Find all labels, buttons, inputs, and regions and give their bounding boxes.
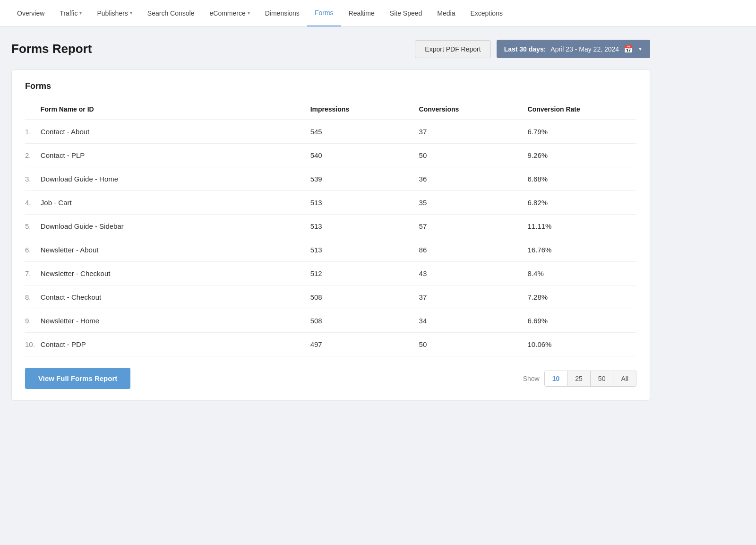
- table-header-row: Form Name or ID Impressions Conversions …: [25, 101, 636, 120]
- publishers-dropdown-icon: ▾: [130, 10, 132, 16]
- row-5-rate: 11.11%: [522, 215, 636, 238]
- row-8-num: 8.: [25, 285, 35, 309]
- row-2-num: 2.: [25, 144, 35, 167]
- page-title: Forms Report: [11, 42, 92, 56]
- table-row: 4.Job - Cart513356.82%: [25, 191, 636, 215]
- row-2-conversions: 50: [413, 144, 522, 167]
- table-row: 3.Download Guide - Home539366.68%: [25, 167, 636, 191]
- page-size-25-button[interactable]: 25: [567, 371, 591, 387]
- card-title: Forms: [25, 81, 636, 91]
- nav-item-dimensions[interactable]: Dimensions: [258, 0, 307, 26]
- row-8-name: Contact - Checkout: [35, 285, 305, 309]
- row-1-conversions: 37: [413, 120, 522, 144]
- row-3-impressions: 539: [305, 167, 413, 191]
- page-size-All-button[interactable]: All: [613, 371, 636, 387]
- col-header-rate: Conversion Rate: [522, 101, 636, 120]
- row-2-impressions: 540: [305, 144, 413, 167]
- table-row: 7.Newsletter - Checkout512438.4%: [25, 262, 636, 285]
- row-7-impressions: 512: [305, 262, 413, 285]
- show-label: Show: [523, 375, 540, 382]
- row-10-name: Contact - PDP: [35, 333, 305, 356]
- row-8-impressions: 508: [305, 285, 413, 309]
- row-4-impressions: 513: [305, 191, 413, 215]
- date-range-button[interactable]: Last 30 days: April 23 - May 22, 2024 📅 …: [497, 40, 650, 58]
- row-1-name: Contact - About: [35, 120, 305, 144]
- nav-item-realtime[interactable]: Realtime: [341, 0, 382, 26]
- row-8-rate: 7.28%: [522, 285, 636, 309]
- table-row: 1.Contact - About545376.79%: [25, 120, 636, 144]
- row-9-conversions: 34: [413, 309, 522, 333]
- row-6-name: Newsletter - About: [35, 238, 305, 262]
- table-row: 6.Newsletter - About5138616.76%: [25, 238, 636, 262]
- row-7-rate: 8.4%: [522, 262, 636, 285]
- nav-bar: OverviewTraffic▾Publishers▾Search Consol…: [0, 0, 756, 26]
- row-1-rate: 6.79%: [522, 120, 636, 144]
- row-4-num: 4.: [25, 191, 35, 215]
- row-4-conversions: 35: [413, 191, 522, 215]
- row-6-num: 6.: [25, 238, 35, 262]
- row-2-rate: 9.26%: [522, 144, 636, 167]
- table-row: 8.Contact - Checkout508377.28%: [25, 285, 636, 309]
- forms-table: Form Name or ID Impressions Conversions …: [25, 101, 636, 356]
- page-size-50-button[interactable]: 50: [591, 371, 614, 387]
- nav-item-media[interactable]: Media: [430, 0, 463, 26]
- nav-item-site-speed[interactable]: Site Speed: [382, 0, 430, 26]
- row-1-impressions: 545: [305, 120, 413, 144]
- row-9-impressions: 508: [305, 309, 413, 333]
- dropdown-arrow-icon: ▼: [638, 46, 643, 52]
- row-6-rate: 16.76%: [522, 238, 636, 262]
- col-header-num: [25, 101, 35, 120]
- table-row: 9.Newsletter - Home508346.69%: [25, 309, 636, 333]
- row-10-impressions: 497: [305, 333, 413, 356]
- nav-item-forms[interactable]: Forms: [307, 0, 341, 26]
- calendar-icon: 📅: [624, 44, 633, 53]
- ecommerce-dropdown-icon: ▾: [248, 10, 250, 16]
- table-row: 10.Contact - PDP4975010.06%: [25, 333, 636, 356]
- row-9-rate: 6.69%: [522, 309, 636, 333]
- date-range-value: April 23 - May 22, 2024: [550, 45, 619, 53]
- pagination-area: Show 102550All: [523, 371, 636, 387]
- row-7-num: 7.: [25, 262, 35, 285]
- forms-card: Forms Form Name or ID Impressions Conver…: [11, 69, 650, 401]
- row-6-impressions: 513: [305, 238, 413, 262]
- export-pdf-button[interactable]: Export PDF Report: [415, 40, 490, 58]
- row-10-conversions: 50: [413, 333, 522, 356]
- row-7-name: Newsletter - Checkout: [35, 262, 305, 285]
- row-1-num: 1.: [25, 120, 35, 144]
- col-header-impressions: Impressions: [305, 101, 413, 120]
- row-7-conversions: 43: [413, 262, 522, 285]
- row-4-name: Job - Cart: [35, 191, 305, 215]
- table-row: 2.Contact - PLP540509.26%: [25, 144, 636, 167]
- nav-item-publishers[interactable]: Publishers▾: [89, 0, 139, 26]
- page-header: Forms Report Export PDF Report Last 30 d…: [11, 40, 650, 58]
- col-header-conversions: Conversions: [413, 101, 522, 120]
- row-10-rate: 10.06%: [522, 333, 636, 356]
- row-6-conversions: 86: [413, 238, 522, 262]
- row-3-name: Download Guide - Home: [35, 167, 305, 191]
- nav-item-search-console[interactable]: Search Console: [140, 0, 202, 26]
- page-size-10-button[interactable]: 10: [544, 371, 568, 387]
- traffic-dropdown-icon: ▾: [79, 10, 82, 16]
- table-row: 5.Download Guide - Sidebar5135711.11%: [25, 215, 636, 238]
- row-4-rate: 6.82%: [522, 191, 636, 215]
- view-full-report-button[interactable]: View Full Forms Report: [25, 368, 130, 389]
- row-9-name: Newsletter - Home: [35, 309, 305, 333]
- header-actions: Export PDF Report Last 30 days: April 23…: [415, 40, 650, 58]
- row-8-conversions: 37: [413, 285, 522, 309]
- col-header-name: Form Name or ID: [35, 101, 305, 120]
- row-3-rate: 6.68%: [522, 167, 636, 191]
- nav-item-ecommerce[interactable]: eCommerce▾: [202, 0, 257, 26]
- row-9-num: 9.: [25, 309, 35, 333]
- nav-item-overview[interactable]: Overview: [9, 0, 52, 26]
- date-range-prefix: Last 30 days:: [504, 45, 546, 53]
- page-size-group: 102550All: [544, 371, 636, 387]
- nav-item-exceptions[interactable]: Exceptions: [463, 0, 510, 26]
- row-5-conversions: 57: [413, 215, 522, 238]
- row-2-name: Contact - PLP: [35, 144, 305, 167]
- main-content: Forms Report Export PDF Report Last 30 d…: [0, 26, 662, 414]
- row-5-num: 5.: [25, 215, 35, 238]
- row-3-num: 3.: [25, 167, 35, 191]
- card-footer: View Full Forms Report Show 102550All: [25, 368, 636, 389]
- row-5-impressions: 513: [305, 215, 413, 238]
- nav-item-traffic[interactable]: Traffic▾: [52, 0, 89, 26]
